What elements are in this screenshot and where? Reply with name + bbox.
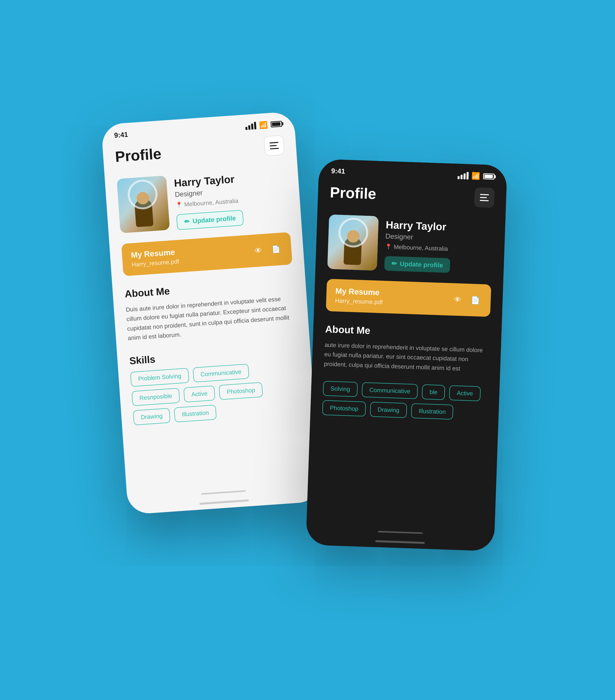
status-icons-dark: 📶 xyxy=(457,171,495,180)
location-pin-icon-dark: 📍 xyxy=(385,243,392,250)
skill-tag-solving-dark[interactable]: Solving xyxy=(323,381,358,397)
resume-info-light: My Resume Harry_resume.pdf xyxy=(131,247,180,268)
arch-circle-dark xyxy=(338,217,369,248)
skill-tag-communicative-dark[interactable]: Communicative xyxy=(362,382,418,399)
profile-info-light: Harry Taylor Designer 📍 Melbourne, Austr… xyxy=(174,167,290,230)
phone-light-screen: 9:41 📶 Profile xyxy=(101,111,321,515)
page-title-light: Profile xyxy=(115,145,162,165)
avatar-image-dark xyxy=(327,214,379,271)
update-profile-button-dark[interactable]: ✏ Update profile xyxy=(384,256,450,273)
home-indicator-dark xyxy=(375,540,425,544)
arch-circle-light xyxy=(127,179,158,210)
skill-tag-ble-dark[interactable]: ble xyxy=(422,384,445,400)
scroll-indicator-light xyxy=(201,490,246,495)
skill-tag-photoshop-light[interactable]: Photoshop xyxy=(219,382,263,400)
battery-icon-dark xyxy=(483,173,495,179)
resume-card-dark: My Resume Harry_resume.pdf 👁 📄 xyxy=(326,279,491,317)
skill-tag-illustration-dark[interactable]: Illustration xyxy=(411,403,453,420)
resume-filename-light: Harry_resume.pdf xyxy=(132,258,180,268)
wifi-icon-dark: 📶 xyxy=(471,172,480,180)
profile-info-dark: Harry Taylor Designer 📍 Melbourne, Austr… xyxy=(384,216,493,274)
resume-download-button-dark[interactable]: 📄 xyxy=(469,293,482,307)
resume-title-dark: My Resume xyxy=(335,286,383,297)
wifi-icon-light: 📶 xyxy=(259,121,268,129)
avatar-dark xyxy=(327,214,379,271)
skill-tag-photoshop-dark[interactable]: Photoshop xyxy=(322,400,366,416)
resume-card-light: My Resume Harry_resume.pdf 👁 📄 xyxy=(121,232,292,276)
phones-container: 9:41 📶 Profile xyxy=(109,78,506,622)
location-pin-icon-light: 📍 xyxy=(175,201,183,208)
skill-tag-illustration-light[interactable]: Illustration xyxy=(174,404,217,422)
skill-tag-communicative-light[interactable]: Communicative xyxy=(193,363,249,382)
skill-tag-problem-solving-light[interactable]: Problem Solving xyxy=(130,368,189,387)
profile-name-dark: Harry Taylor xyxy=(385,219,493,234)
phone-dark: 9:41 📶 Profile xyxy=(306,159,507,551)
resume-actions-dark: 👁 📄 xyxy=(451,293,482,307)
update-profile-button-light[interactable]: ✏ Update profile xyxy=(176,210,244,230)
resume-actions-light: 👁 📄 xyxy=(251,242,283,257)
about-section-light: About Me Duis aute irure dolor in repreh… xyxy=(124,277,297,343)
resume-eye-button-light[interactable]: 👁 xyxy=(251,243,265,257)
about-title-dark: About Me xyxy=(325,323,490,340)
hamburger-icon-dark xyxy=(480,194,489,201)
phone-dark-screen: 9:41 📶 Profile xyxy=(306,159,507,551)
time-dark: 9:41 xyxy=(331,167,345,175)
resume-filename-dark: Harry_resume.pdf xyxy=(335,297,383,305)
menu-button-light[interactable] xyxy=(264,135,285,156)
skills-section-dark: Solving Communicative ble Active Photosh… xyxy=(322,381,488,421)
edit-icon-light: ✏ xyxy=(184,217,190,225)
resume-info-dark: My Resume Harry_resume.pdf xyxy=(335,286,383,305)
skill-tag-active-dark[interactable]: Active xyxy=(449,385,481,401)
eye-icon-light: 👁 xyxy=(254,246,262,255)
time-light: 9:41 xyxy=(114,130,128,139)
hamburger-icon-light xyxy=(270,142,279,149)
avatar-light xyxy=(116,175,170,233)
home-indicator-light xyxy=(199,499,249,505)
profile-location-dark: 📍 Melbourne, Australia xyxy=(385,243,493,254)
phone-light: 9:41 📶 Profile xyxy=(101,111,321,515)
status-icons-light: 📶 xyxy=(245,120,283,130)
skills-grid-light: Problem Solving Communicative Resnposibl… xyxy=(130,360,303,425)
location-text-light: Melbourne, Australia xyxy=(184,197,238,208)
profile-card-light: Harry Taylor Designer 📍 Melbourne, Austr… xyxy=(116,167,290,234)
download-icon-dark: 📄 xyxy=(471,296,480,304)
resume-eye-button-dark[interactable]: 👁 xyxy=(451,293,464,306)
battery-icon-light xyxy=(271,121,283,127)
skill-tag-drawing-dark[interactable]: Drawing xyxy=(370,402,407,418)
download-icon-light: 📄 xyxy=(271,245,281,253)
resume-title-light: My Resume xyxy=(131,247,179,260)
skills-section-light: Skills Problem Solving Communicative Res… xyxy=(129,343,303,425)
signal-icon-light xyxy=(245,122,257,130)
signal-icon-dark xyxy=(457,172,469,179)
skill-tag-active-light[interactable]: Active xyxy=(183,385,216,402)
page-title-dark: Profile xyxy=(330,184,377,202)
profile-card-dark: Harry Taylor Designer 📍 Melbourne, Austr… xyxy=(327,214,493,274)
header-dark: Profile xyxy=(330,182,494,208)
about-section-dark: About Me aute irure dolor in reprehender… xyxy=(324,323,490,374)
scroll-content-dark: Profile Harry Taylor xyxy=(310,177,506,431)
avatar-image-light xyxy=(116,175,170,233)
skill-tag-drawing-light[interactable]: Drawing xyxy=(133,408,171,425)
about-text-light: Duis aute irure dolor in reprehenderit i… xyxy=(125,293,297,343)
menu-button-dark[interactable] xyxy=(474,187,495,208)
skills-grid-dark: Solving Communicative ble Active Photosh… xyxy=(322,381,488,421)
resume-download-button-light[interactable]: 📄 xyxy=(269,242,283,256)
skill-tag-resnposible-light[interactable]: Resnposible xyxy=(132,388,180,406)
edit-icon-dark: ✏ xyxy=(391,260,397,267)
location-text-dark: Melbourne, Australia xyxy=(394,243,448,252)
eye-icon-dark: 👁 xyxy=(454,295,461,304)
about-text-dark: aute irure dolor in reprehenderit in vol… xyxy=(324,340,489,374)
scroll-content-light: Profile Harry Taylor xyxy=(102,129,316,436)
scroll-indicator-dark xyxy=(378,531,423,534)
